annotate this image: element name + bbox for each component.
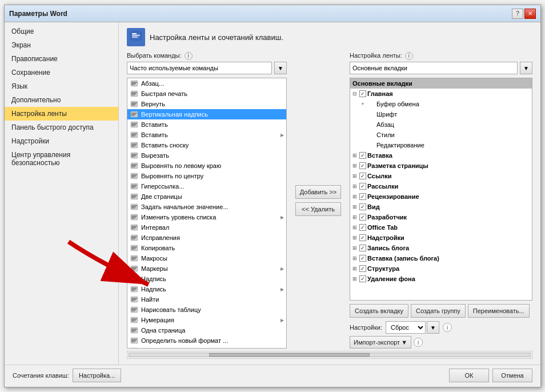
command-item[interactable]: ...перейти к след... [127, 346, 286, 349]
command-item[interactable]: Надпись [127, 274, 286, 284]
commands-dropdown[interactable]: Часто используемые команды [127, 62, 272, 74]
sidebar-item-сохранение[interactable]: Сохранение [5, 66, 118, 79]
create-tab-button[interactable]: Создать вкладку [350, 304, 408, 318]
tree-item[interactable]: ⊞Разработчик [350, 212, 532, 222]
reset-info-icon[interactable]: i [443, 323, 452, 332]
tree-checkbox[interactable] [359, 203, 366, 210]
help-button[interactable]: ? [512, 9, 523, 19]
command-item[interactable]: Копировать [127, 243, 286, 253]
expand-icon[interactable]: ⊞ [351, 224, 358, 231]
command-item[interactable]: Вернуть [127, 99, 286, 109]
sidebar-item-экран[interactable]: Экран [5, 38, 118, 52]
ribbon-dropdown[interactable]: Основные вкладки [350, 62, 518, 74]
tree-checkbox[interactable] [359, 183, 366, 190]
tree-checkbox[interactable] [359, 90, 366, 97]
tree-checkbox[interactable] [359, 193, 366, 200]
tree-checkbox[interactable] [359, 162, 366, 169]
reset-dropdown[interactable]: Сброс [386, 321, 426, 334]
collapse-icon[interactable]: + [359, 101, 366, 107]
command-item[interactable]: Гиперссылка... [127, 181, 286, 191]
tree-item[interactable]: Стили [350, 130, 532, 140]
tree-checkbox[interactable] [359, 214, 366, 221]
add-button[interactable]: Добавить >> [295, 185, 341, 199]
horizontal-scrollbar[interactable] [127, 351, 532, 359]
expand-icon[interactable]: ⊞ [351, 162, 358, 169]
tree-checkbox[interactable] [359, 255, 366, 262]
expand-icon[interactable]: ⊞ [351, 193, 358, 200]
tree-checkbox[interactable] [359, 173, 366, 179]
expand-icon[interactable]: ⊞ [351, 152, 358, 159]
tree-checkbox[interactable] [359, 265, 366, 272]
tree-item[interactable]: ⊞Удаление фона [350, 274, 532, 284]
command-item[interactable]: Выровнять по левому краю [127, 161, 286, 171]
command-item[interactable]: Макросы [127, 253, 286, 263]
tree-item[interactable]: ⊞Рассылки [350, 181, 532, 191]
command-item[interactable]: Вертикальная надпись [127, 109, 286, 119]
import-export-button[interactable]: Импорт-экспорт ▼ [350, 336, 411, 349]
tree-item[interactable]: ⊞Запись блога [350, 243, 532, 253]
ribbon-dropdown-arrow[interactable]: ▼ [520, 62, 532, 74]
command-item[interactable]: Нарисовать таблицу [127, 305, 286, 315]
expand-icon[interactable]: ⊞ [351, 203, 358, 210]
tree-item[interactable]: ⊞Вставка (запись блога) [350, 253, 532, 263]
expand-icon[interactable]: ⊞ [351, 265, 358, 272]
tree-item[interactable]: ⊞Структура [350, 263, 532, 274]
tree-item[interactable]: Редактирование [350, 140, 532, 150]
import-export-info-icon[interactable]: i [414, 338, 423, 347]
command-item[interactable]: Абзац... [127, 78, 286, 89]
tree-checkbox[interactable] [359, 275, 366, 282]
close-button[interactable]: ✕ [524, 9, 536, 19]
command-item[interactable]: Выровнять по центру [127, 171, 286, 181]
command-item[interactable]: Задать начальное значение... [127, 202, 286, 212]
rename-button[interactable]: Переименовать... [468, 304, 530, 318]
command-item[interactable]: Определить новый формат ... [127, 335, 286, 346]
sidebar-item-общие[interactable]: Общие [5, 25, 118, 38]
command-item[interactable]: Нумерация▶ [127, 315, 286, 325]
commands-list[interactable]: Абзац...Быстрая печатьВернутьВертикальна… [127, 78, 287, 349]
sidebar-item-настройка-ленты[interactable]: Настройка ленты [5, 107, 118, 121]
expand-icon[interactable]: ⊞ [351, 183, 358, 190]
scrollbar-thumb[interactable] [209, 353, 370, 357]
ribbon-info-icon[interactable]: i [405, 52, 413, 60]
tree-item[interactable]: ⊞Надстройки [350, 233, 532, 243]
tree-item[interactable]: ⊞Разметка страницы [350, 161, 532, 171]
tree-checkbox[interactable] [359, 245, 366, 251]
sidebar-item-надстройки[interactable]: Надстройки [5, 134, 118, 148]
tree-item[interactable]: ⊞Ссылки [350, 171, 532, 181]
expand-icon[interactable]: ⊞ [351, 214, 358, 221]
sidebar-item-центр-управления-безопасностью[interactable]: Центр управления безопасностью [5, 148, 118, 170]
commands-info-icon[interactable]: i [185, 52, 193, 60]
command-item[interactable]: Интервал [127, 222, 286, 233]
command-item[interactable]: Вставить▶ [127, 130, 286, 140]
sidebar-item-правописание[interactable]: Правописание [5, 52, 118, 66]
ok-button[interactable]: ОК [449, 369, 489, 382]
command-item[interactable]: Исправления [127, 233, 286, 243]
expand-icon[interactable] [359, 121, 366, 128]
expand-icon[interactable]: ⊞ [351, 255, 358, 262]
tree-item[interactable]: ⊞Рецензирование [350, 191, 532, 202]
expand-icon[interactable]: ⊞ [351, 234, 358, 241]
command-item[interactable]: Две страницы [127, 191, 286, 202]
remove-button[interactable]: << Удалить [295, 202, 341, 216]
ribbon-tree[interactable]: Основные вкладки⊟Главная+Буфер обменаШри… [350, 78, 532, 301]
shortcuts-button[interactable]: Настройка... [73, 369, 121, 382]
command-item[interactable]: Быстрая печать [127, 89, 286, 99]
reset-dropdown-arrow[interactable]: ▼ [427, 321, 439, 334]
tree-checkbox[interactable] [359, 152, 366, 159]
create-group-button[interactable]: Создать группу [411, 304, 466, 318]
sidebar-item-язык[interactable]: Язык [5, 79, 118, 93]
tree-item[interactable]: Шрифт [350, 109, 532, 119]
tree-item[interactable]: ⊞Вставка [350, 150, 532, 161]
tree-item[interactable]: +Буфер обмена [350, 99, 532, 109]
commands-dropdown-arrow[interactable]: ▼ [274, 62, 287, 74]
sidebar-item-панель-быстрого-доступа[interactable]: Панель быстрого доступа [5, 121, 118, 134]
expand-icon[interactable] [359, 111, 366, 118]
command-item[interactable]: Маркеры▶ [127, 263, 286, 274]
command-item[interactable]: Вставить [127, 119, 286, 130]
sidebar-item-дополнительно[interactable]: Дополнительно [5, 93, 118, 107]
tree-item[interactable]: ⊞Office Tab [350, 222, 532, 233]
command-item[interactable]: Изменить уровень списка▶ [127, 212, 286, 222]
command-item[interactable]: Вырезать [127, 150, 286, 161]
command-item[interactable]: Надпись▶ [127, 284, 286, 294]
expand-icon[interactable]: ⊞ [351, 275, 358, 282]
